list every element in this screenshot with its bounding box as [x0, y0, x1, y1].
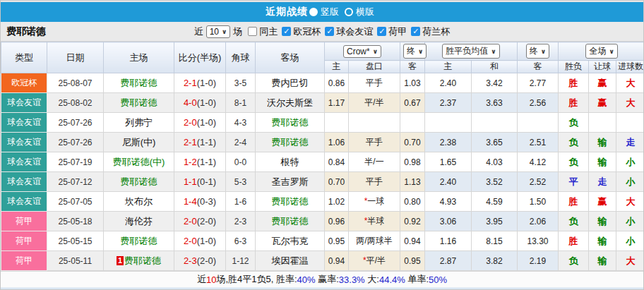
avg-odds-home: 4.93: [425, 192, 472, 212]
result-handicap: 走: [589, 172, 616, 192]
league-checkbox[interactable]: ✓: [282, 27, 291, 36]
league-checkbox-label[interactable]: 荷甲: [388, 25, 407, 38]
chevron-down-icon: ∨: [418, 48, 423, 55]
summary-segment: 单率:: [405, 273, 429, 286]
league-checkbox-label[interactable]: 球会友谊: [336, 25, 373, 38]
chevron-down-icon: ∨: [541, 48, 546, 55]
league-checkbox-label[interactable]: 荷兰杯: [422, 25, 450, 38]
summary-segment: 场,胜4平1负5, 胜率:: [216, 273, 297, 286]
avg-odds-draw: [472, 113, 518, 133]
home-team-link[interactable]: 1费耶诺德: [104, 251, 174, 271]
corner-score: 2-4: [226, 133, 256, 152]
recent-results-panel: 近期战绩 竖版 横版 费耶诺德 近 10∨ 场 同主 ✓欧冠杯✓球会友谊✓荷甲✓…: [0, 0, 644, 290]
score-cell: 4-0(1-0): [174, 93, 226, 113]
handicap-line: 两/两球半: [349, 231, 400, 251]
handicap-line: *平/半: [349, 251, 400, 271]
chevron-down-icon: ∨: [222, 28, 227, 35]
avg-odds-draw: 8.15: [472, 231, 518, 251]
chevron-down-icon: ∨: [373, 48, 378, 55]
handicap-line: *一球: [349, 192, 400, 212]
horizontal-radio[interactable]: [345, 8, 353, 16]
table-row: 球会友谊 25-07-26 列弗宁 2-0(1-0) 4-3 费耶诺德 负: [1, 113, 644, 133]
bookmaker-select[interactable]: Crow*∨: [343, 45, 381, 58]
result-goals: 大: [616, 251, 644, 271]
handicap-line: 平手: [349, 73, 400, 93]
corner-score: 5-3: [226, 172, 256, 192]
away-team-link[interactable]: 埃因霍温: [256, 251, 325, 271]
same-home-label[interactable]: 同主: [259, 25, 278, 38]
same-home-checkbox[interactable]: [248, 27, 257, 36]
score-cell: 2-3(2-0): [174, 251, 226, 271]
match-date: 25-05-15: [47, 231, 104, 251]
result-handicap: 输: [589, 251, 616, 271]
avg-odds-home: 1.16: [425, 231, 472, 251]
home-team-link[interactable]: 费耶诺德: [104, 231, 174, 251]
away-team-link[interactable]: 费耶诺德: [256, 113, 325, 133]
summary-footer: 近10场,胜4平1负5, 胜率:40% 赢率:33.3% 大:44.4% 单率:…: [1, 271, 643, 287]
handicap-odds-away: 0.98: [400, 152, 425, 172]
odds-time-select[interactable]: 终∨: [403, 44, 427, 59]
handicap-line: 半/一: [349, 152, 400, 172]
sub-header-odds-away: 客: [400, 61, 425, 73]
match-type-badge: 荷甲: [1, 251, 47, 271]
sub-header-avg-draw: 和: [472, 61, 518, 73]
avg-odds-away: 2.56: [518, 93, 559, 113]
avg-select[interactable]: 胜平负均值∨: [442, 44, 499, 59]
match-type-badge: 球会友谊: [1, 192, 47, 212]
result-goals: 大: [616, 93, 644, 113]
avg-odds-draw: 3.95: [472, 212, 518, 231]
period-select[interactable]: 全场∨: [585, 44, 617, 59]
col-header-home: 主场: [104, 42, 174, 73]
home-team-link[interactable]: 坎布尔: [104, 192, 174, 212]
away-team-link[interactable]: 费耶诺德: [256, 133, 325, 152]
col-header-type: 类型: [1, 42, 47, 73]
avg-time-select[interactable]: 终∨: [526, 44, 549, 59]
avg-odds-away: 2.19: [518, 251, 559, 271]
league-checkbox[interactable]: ✓: [325, 27, 334, 36]
result-goals: 大: [616, 192, 644, 212]
vertical-radio-label[interactable]: 竖版: [321, 6, 339, 18]
home-team-link[interactable]: 尼斯(中): [104, 133, 174, 152]
home-team-link[interactable]: 费耶诺德: [104, 93, 174, 113]
league-checkbox[interactable]: ✓: [411, 27, 420, 36]
home-team-link[interactable]: 海伦芬: [104, 212, 174, 231]
league-checkbox-label[interactable]: 欧冠杯: [293, 25, 321, 38]
result-goals: 小: [616, 212, 644, 231]
league-checkbox[interactable]: ✓: [377, 27, 386, 36]
away-team-link[interactable]: 圣吉罗斯: [256, 172, 325, 192]
match-count-select[interactable]: 10∨: [206, 25, 231, 38]
home-team-link[interactable]: 费耶诺德: [104, 73, 174, 93]
away-team-link[interactable]: 根特: [256, 152, 325, 172]
match-date: 25-07-12: [47, 172, 104, 192]
matches-label: 场: [233, 25, 242, 38]
away-team-link[interactable]: 费耶诺德: [256, 192, 325, 212]
away-team-link[interactable]: 瓦尔韦克: [256, 231, 325, 251]
away-team-link[interactable]: 沃尔夫斯堡: [256, 93, 325, 113]
home-team-link[interactable]: 费耶诺德(中): [104, 152, 174, 172]
handicap-line: 平/半: [349, 93, 400, 113]
horizontal-radio-label[interactable]: 横版: [356, 6, 374, 18]
result-winloss: 平: [559, 172, 589, 192]
result-handicap: 赢: [589, 93, 616, 113]
table-row: 球会友谊 25-07-19 费耶诺德(中) 1-2(1-1) 0-0 根特 0.…: [1, 152, 644, 172]
table-row: 球会友谊 25-07-26 尼斯(中) 2-1(1-1) 2-4 费耶诺德 1.…: [1, 133, 644, 152]
match-date: 25-05-11: [47, 251, 104, 271]
handicap-odds-away: 0.70: [400, 133, 425, 152]
vertical-radio[interactable]: [309, 8, 318, 16]
home-team-link[interactable]: 列弗宁: [104, 113, 174, 133]
avg-odds-home: 2.38: [425, 133, 472, 152]
match-date: 25-05-18: [47, 212, 104, 231]
avg-odds-home: 3.06: [425, 212, 472, 231]
period-select-cell: 全场∨: [559, 42, 644, 61]
avg-odds-away: 2.77: [518, 73, 559, 93]
summary-segment: 赢率:: [316, 273, 339, 286]
away-team-link[interactable]: 费内巴切: [256, 73, 325, 93]
match-type-badge: 荷甲: [1, 212, 47, 231]
handicap-odds-away: 0.92: [400, 212, 425, 231]
away-team-link[interactable]: 费耶诺德: [256, 212, 325, 231]
result-winloss: 胜: [559, 231, 589, 251]
score-cell: 2-1(1-0): [174, 73, 226, 93]
avg-odds-home: 2.40: [425, 172, 472, 192]
avg-odds-home: 1.65: [425, 152, 472, 172]
home-team-link[interactable]: 费耶诺德: [104, 172, 174, 192]
